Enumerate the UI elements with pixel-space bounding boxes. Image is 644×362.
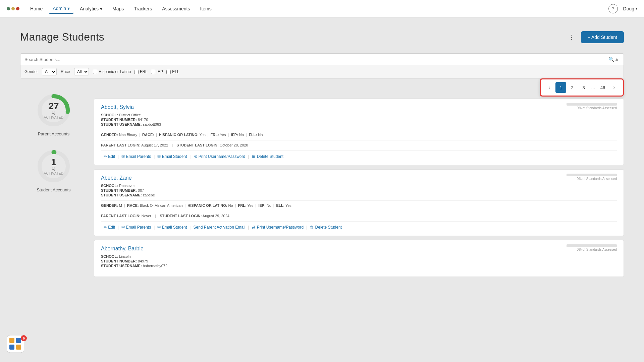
- iep-filter[interactable]: IEP: [151, 69, 163, 74]
- parent-donut-center: 27 % ACTIVATED: [44, 102, 63, 119]
- navbar: Home Admin ▾ Analytics ▾ Maps Trackers A…: [0, 0, 644, 17]
- parent-accounts-stats: 27 % ACTIVATED Parent Accounts: [20, 92, 87, 144]
- widget-badge: 6: [21, 335, 27, 341]
- logo-dot-yellow: [11, 7, 15, 10]
- floating-widget[interactable]: 6: [7, 335, 27, 355]
- nav-admin[interactable]: Admin ▾: [49, 4, 74, 14]
- student-card: Abbott, Sylvia 0% of Standards Assessed …: [94, 99, 624, 165]
- gender-attr: Gender: Non Binary: [101, 133, 137, 137]
- actions-row: ✏ Edit | ✉ Email Parents | ✉ Email Stude…: [101, 221, 617, 230]
- pagination-page-1[interactable]: 1: [555, 82, 566, 93]
- school-row: School: District Office: [101, 113, 141, 117]
- add-student-button[interactable]: + Add Student: [581, 31, 624, 43]
- race-label: Race: [61, 69, 70, 74]
- nav-analytics[interactable]: Analytics ▾: [76, 4, 106, 13]
- login-row: Parent Last Login: Never | Student Last …: [101, 211, 617, 218]
- pagination-next[interactable]: ›: [609, 82, 620, 93]
- nav-maps[interactable]: Maps: [108, 4, 128, 13]
- school-row: School: Lincoln: [101, 254, 131, 258]
- email-student-button[interactable]: ✉ Email Student: [155, 224, 190, 230]
- content-layout: 27 % ACTIVATED Parent Accounts: [20, 78, 624, 281]
- ell-attr: ELL: No: [249, 133, 263, 137]
- race-attr: Race: Black Or African American: [127, 203, 183, 207]
- standards-bar: [567, 174, 617, 176]
- edit-button[interactable]: ✏ Edit: [101, 224, 118, 230]
- student-accounts-stats: 1 % ACTIVATED Student Accounts: [20, 148, 87, 200]
- pagination-page-3[interactable]: 3: [578, 82, 589, 93]
- nav-items[interactable]: Items: [196, 4, 216, 13]
- race-select[interactable]: All: [74, 68, 89, 75]
- student-activated-label: ACTIVATED: [44, 172, 63, 175]
- user-menu[interactable]: Doug ▾: [623, 6, 637, 11]
- parent-activated-label: ACTIVATED: [44, 116, 63, 119]
- nav-assessments[interactable]: Assessments: [158, 4, 194, 13]
- print-button[interactable]: 🖨 Print Username/Password: [249, 224, 306, 230]
- svg-rect-5: [9, 338, 14, 343]
- parent-percent: %: [44, 111, 63, 116]
- iep-attr: IEP: No: [258, 203, 271, 207]
- school-row: School: Roosevelt: [101, 184, 136, 188]
- header-actions: ⋮ + Add Student: [566, 31, 624, 43]
- student-name[interactable]: Abbott, Sylvia: [101, 104, 134, 110]
- email-student-button[interactable]: ✉ Email Student: [155, 154, 190, 160]
- chevron-down-icon: ▾: [67, 6, 70, 11]
- frl-checkbox[interactable]: [134, 70, 139, 74]
- nav-home[interactable]: Home: [26, 4, 47, 13]
- hispanic-filter[interactable]: Hispanic or Latino: [93, 69, 131, 74]
- delete-student-button[interactable]: 🗑 Delete Student: [249, 154, 286, 160]
- logo-dot-red: [16, 7, 19, 10]
- standards-bar: [567, 244, 617, 247]
- chevron-down-icon: ▾: [636, 7, 637, 10]
- filter-checkboxes: Hispanic or Latino FRL IEP ELL: [93, 69, 179, 74]
- frl-filter[interactable]: FRL: [134, 69, 148, 74]
- pagination: ‹ 1 2 3 … 46 ›: [541, 80, 622, 95]
- student-accounts-label: Student Accounts: [37, 187, 70, 192]
- iep-checkbox[interactable]: [151, 70, 155, 74]
- pagination-prev[interactable]: ‹: [544, 82, 555, 93]
- send-parent-activation-button[interactable]: Send Parent Activation Email: [191, 224, 248, 230]
- svg-rect-7: [16, 338, 21, 343]
- iep-attr: IEP: No: [231, 133, 244, 137]
- student-name[interactable]: Abernathy, Barbie: [101, 246, 144, 252]
- ell-checkbox[interactable]: [166, 70, 171, 74]
- standards-bar-wrapper: 0% of Standards Assessed: [567, 174, 617, 181]
- collapse-button[interactable]: ▲: [614, 56, 620, 62]
- student-activated-value: 1: [44, 158, 63, 167]
- gender-select[interactable]: All: [42, 68, 57, 75]
- standards-label: 0% of Standards Assessed: [567, 248, 617, 251]
- email-parents-button[interactable]: ✉ Email Parents: [119, 154, 154, 160]
- actions-row: ✏ Edit | ✉ Email Parents | ✉ Email Stude…: [101, 150, 617, 160]
- nav-right: ? Doug ▾: [608, 4, 637, 13]
- stats-panel: 27 % ACTIVATED Parent Accounts: [20, 78, 87, 281]
- page-title: Manage Students: [20, 31, 104, 43]
- student-card: Abernathy, Barbie 0% of Standards Assess…: [94, 240, 624, 277]
- pagination-page-2[interactable]: 2: [567, 82, 578, 93]
- svg-rect-8: [16, 345, 21, 350]
- ell-filter[interactable]: ELL: [166, 69, 179, 74]
- hispanic-attr: Hispanic or Latino: No: [187, 203, 233, 207]
- student-name[interactable]: Abebe, Zane: [101, 175, 132, 181]
- more-options-button[interactable]: ⋮: [566, 32, 577, 43]
- search-panel: 🔍 ▲ Gender All Race All Hispanic or Lati…: [20, 53, 624, 78]
- edit-button[interactable]: ✏ Edit: [101, 154, 118, 160]
- standards-bar: [567, 103, 617, 106]
- print-button[interactable]: 🖨 Print Username/Password: [191, 154, 248, 160]
- race-attr: Race:: [142, 133, 154, 137]
- main-content: Manage Students ⋮ + Add Student 🔍 ▲ Gend…: [0, 17, 644, 362]
- app-logo: [7, 7, 19, 10]
- search-row: 🔍 ▲: [20, 54, 624, 65]
- ell-attr: ELL: Yes: [276, 203, 291, 207]
- search-input[interactable]: [24, 57, 608, 62]
- standards-bar-wrapper: 0% of Standards Assessed: [567, 244, 617, 251]
- nav-items: Home Admin ▾ Analytics ▾ Maps Trackers A…: [26, 4, 608, 14]
- hispanic-attr: Hispanic or Latino: Yes: [159, 133, 206, 137]
- frl-attr: FRL: Yes: [238, 203, 254, 207]
- parent-accounts-label: Parent Accounts: [38, 131, 70, 136]
- delete-student-button[interactable]: 🗑 Delete Student: [307, 224, 344, 230]
- parent-donut-chart: 27 % ACTIVATED: [35, 92, 72, 129]
- pagination-page-46[interactable]: 46: [597, 82, 608, 93]
- help-button[interactable]: ?: [608, 4, 618, 13]
- nav-trackers[interactable]: Trackers: [130, 4, 156, 13]
- email-parents-button[interactable]: ✉ Email Parents: [119, 224, 154, 230]
- hispanic-checkbox[interactable]: [93, 70, 97, 74]
